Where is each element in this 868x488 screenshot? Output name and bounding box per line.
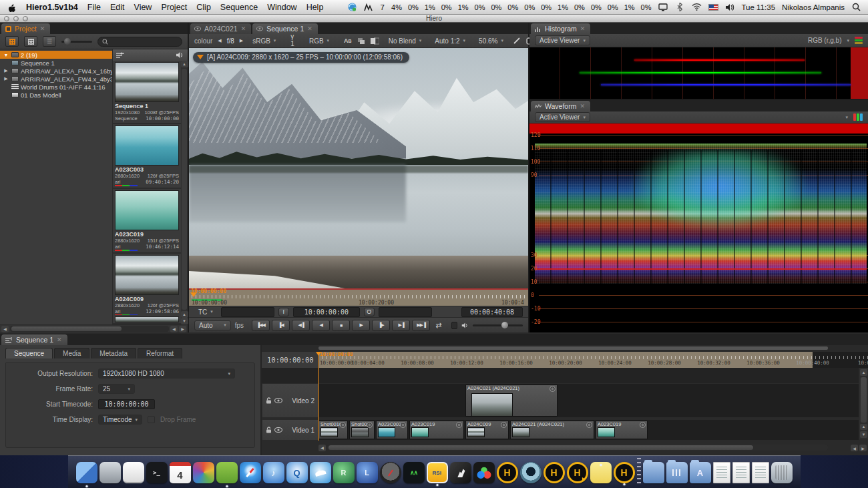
output-resolution-dropdown[interactable]: 1920x1080 HD 1080▾ [98, 369, 235, 379]
dock-resolve[interactable] [473, 462, 495, 483]
duration-field[interactable]: 00:00:40:08 [461, 307, 523, 317]
scroll-right-icon[interactable]: ▶ [859, 445, 867, 451]
timeline-editor[interactable]: 10:00:00:00 10:00:00:00 10:00:00:0010:00… [262, 345, 868, 455]
subtab[interactable]: Sequence [5, 348, 53, 358]
gamma-control[interactable]: γ 1 [285, 33, 300, 49]
tc-mode-dropdown[interactable]: TC▾ [194, 307, 217, 317]
dock-quicktime[interactable]: Q [286, 462, 308, 483]
banner-collapse-icon[interactable] [197, 55, 204, 59]
blend-dropdown[interactable]: No Blend▾ [385, 36, 426, 46]
goto-end-button[interactable]: ▶▶▐ [412, 320, 430, 331]
tree-item[interactable]: ▶ ARRIRAW_ALEXA_FW4.x_4by3 [0, 75, 112, 83]
scroll-left-icon-2[interactable]: ◀ [170, 326, 178, 332]
detail-view-button[interactable] [24, 36, 37, 47]
play-button[interactable]: ▶ [352, 320, 370, 331]
timeline-clip[interactable]: A023C003 [376, 421, 408, 439]
apple-menu-icon[interactable] [7, 3, 17, 12]
timeline-vertical-scrollbar[interactable]: ▲ ▲ ▼ [859, 368, 868, 439]
layers-icon[interactable] [357, 37, 365, 45]
timeline-playhead[interactable] [318, 352, 319, 441]
loop-mode-button[interactable]: ⇄ [434, 321, 443, 330]
timeline-clip[interactable]: A023C019 [409, 421, 464, 439]
spotlight-search-icon[interactable] [851, 3, 861, 12]
tree-item[interactable]: 01 Das Modell [0, 91, 112, 99]
sampler-icon[interactable] [513, 37, 521, 45]
gain-prev-button[interactable]: ◀ [218, 37, 221, 45]
proxy-dropdown[interactable]: Auto 1:2▾ [431, 36, 469, 46]
timeline-zoom-bar[interactable] [318, 346, 828, 350]
channel-dropdown[interactable]: RGB▾ [305, 36, 333, 46]
dock-rsiguard[interactable]: RSI [427, 462, 448, 483]
play-backward-button[interactable]: ◀ [312, 320, 330, 331]
dock-itunes[interactable]: ♪ [263, 462, 284, 483]
timeline-clip[interactable]: Shot00 [349, 421, 375, 439]
dock-folder-applications[interactable]: A [690, 462, 711, 483]
dock-app-green[interactable]: R [333, 462, 355, 483]
tree-item[interactable]: ▶ ARRIRAW_ALEXA_FW4.x_16by [0, 67, 112, 75]
dock-hiero-3[interactable]: H [614, 462, 635, 483]
stop-button[interactable]: ■ [332, 320, 350, 331]
input-language-flag-icon[interactable] [708, 4, 718, 11]
dock-stack-document-2[interactable] [732, 462, 750, 483]
expand-arrow-icon[interactable]: ▶ [3, 76, 9, 81]
project-horizontal-scrollbar[interactable]: ◀ ◀ ▶ [0, 324, 188, 332]
rgb-parade-icon[interactable] [853, 113, 863, 121]
viewer-timeline-scrub[interactable]: 10:00:00:00 10:00:00:0010:00:20:0010:00:… [189, 288, 528, 306]
menu-clock[interactable]: Tue 11:35 [742, 3, 776, 11]
bin-card-partial[interactable] [113, 315, 188, 324]
timeline-clip[interactable]: A023C019 [596, 421, 648, 439]
out-point-field[interactable] [379, 307, 432, 317]
histogram-mode-dropdown[interactable]: RGB (r,g,b) [808, 37, 842, 44]
dock-dashboard[interactable] [380, 462, 401, 483]
tab-waveform[interactable]: Waveform✕ [531, 101, 590, 111]
scroll-left-icon[interactable]: ◀ [318, 445, 326, 451]
scroll-up-icon-2[interactable]: ▲ [181, 311, 188, 318]
bin-audio-icon[interactable] [176, 51, 184, 59]
timeline-horizontal-scrollbar[interactable]: ◀ [318, 444, 828, 451]
speaker-icon[interactable] [461, 322, 469, 329]
dock-trash[interactable] [771, 462, 793, 483]
close-tab-icon[interactable]: ✕ [580, 103, 585, 109]
drop-frame-checkbox[interactable] [148, 416, 155, 423]
wifi-menu-icon[interactable] [692, 3, 702, 12]
zoom-dropdown[interactable]: 50.6%▾ [475, 36, 507, 46]
timeline-clip[interactable]: A024C021 (A024C021) [465, 385, 558, 417]
subtab[interactable]: Media [54, 348, 89, 358]
audio-mute-checkbox[interactable] [451, 322, 458, 329]
dock-folder-library[interactable] [666, 462, 688, 483]
viewer-info-banner[interactable]: [A] A024C009: 2880 x 1620 – 25 FPS – 10:… [193, 52, 409, 63]
thumbnail-size-slider[interactable] [61, 41, 92, 43]
track-header-video-2[interactable]: Video 2 [262, 383, 318, 418]
scroll-down-icon[interactable]: ▼ [181, 318, 188, 324]
dock-stack-document-1[interactable] [713, 462, 730, 483]
waveform-viewer-dropdown[interactable]: Active Viewer▾ [535, 112, 590, 122]
dock-lightwave[interactable] [450, 462, 471, 483]
dock-app-blue[interactable]: L [357, 462, 378, 483]
current-timecode-field[interactable]: 10:00:00:00 [293, 307, 360, 317]
expand-arrow-icon[interactable]: ▼ [3, 53, 9, 57]
colorspace-dropdown[interactable]: sRGB▾ [248, 36, 280, 46]
menu-item[interactable]: File [87, 3, 101, 12]
tab-project[interactable]: Project✕ [1, 23, 50, 34]
fps-dropdown[interactable]: Auto▾ [194, 320, 231, 330]
scroll-left-icon-2[interactable]: ◀ [851, 445, 858, 451]
set-in-button[interactable]: I [278, 308, 289, 316]
scroll-up-icon-2[interactable]: ▲ [860, 424, 867, 431]
dock-hiero-2[interactable]: H [544, 462, 565, 483]
bin-card[interactable]: A024C009 2880x1620126f @25FPS ari12:09:5… [113, 254, 181, 315]
step-forward-button[interactable]: ▐▶ [372, 320, 390, 331]
tree-item[interactable]: World Drums 01-AIFF 44.1:16 [0, 83, 112, 91]
tab-histogram[interactable]: Histogram✕ [531, 23, 590, 34]
menu-item[interactable]: Clip [196, 3, 211, 12]
dock-terminal[interactable]: >_ [146, 462, 168, 483]
menu-item[interactable]: Help [306, 3, 324, 12]
start-timecode-field[interactable]: 10:00:00:00 [98, 399, 155, 409]
volume-slider[interactable] [473, 324, 523, 326]
waveform-mode-caret[interactable]: ▾ [845, 115, 848, 120]
bin-card[interactable]: Sequence 1 1920x10801008f @25FPS Sequenc… [113, 61, 181, 124]
step-back-button[interactable]: ◀▐ [292, 320, 310, 331]
gain-value[interactable]: f/8 [227, 37, 234, 45]
close-tab-icon[interactable]: ✕ [580, 25, 586, 32]
close-tab-icon[interactable]: ✕ [307, 25, 312, 32]
scroll-down-icon[interactable]: ▼ [860, 431, 867, 438]
